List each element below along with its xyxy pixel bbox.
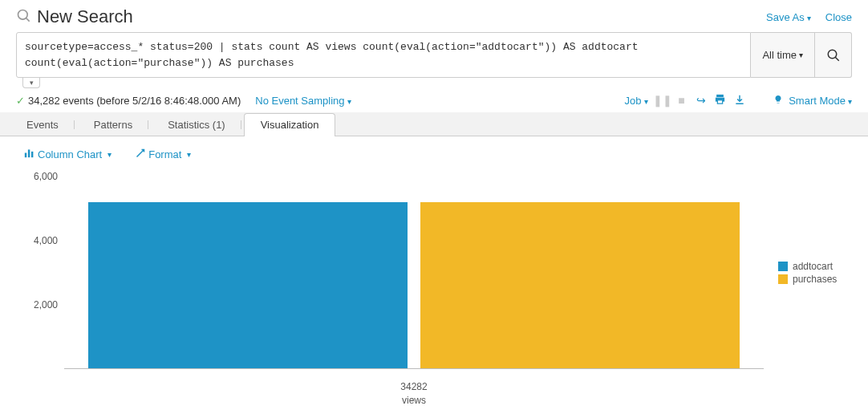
chevron-down-icon: ▾: [807, 14, 811, 22]
tab-events[interactable]: Events: [10, 113, 75, 136]
run-search-button[interactable]: [815, 32, 852, 78]
chart-plot[interactable]: [64, 177, 764, 369]
close-button[interactable]: Close: [825, 11, 852, 23]
x-axis: 34282 views: [48, 377, 780, 408]
tab-patterns[interactable]: Patterns: [77, 113, 149, 136]
expand-search-toggle[interactable]: ▾: [22, 77, 40, 88]
svg-point-0: [18, 10, 28, 19]
svg-rect-4: [716, 95, 724, 97]
svg-rect-7: [25, 153, 26, 158]
chevron-down-icon: ▾: [799, 51, 803, 59]
x-tick-value: 34282: [48, 380, 780, 394]
search-query-input[interactable]: sourcetype=access_* status=200 | stats c…: [16, 32, 751, 78]
save-as-button[interactable]: Save As▾: [766, 11, 811, 23]
check-icon: ✓: [16, 95, 25, 107]
x-axis-label: views: [48, 394, 780, 408]
chevron-down-icon: ▾: [848, 97, 852, 106]
tab-statistics[interactable]: Statistics (1): [151, 113, 242, 136]
format-icon: [136, 148, 145, 160]
search-icon: [16, 8, 32, 26]
swatch-icon: [778, 274, 788, 284]
svg-rect-8: [28, 149, 30, 157]
svg-rect-9: [31, 152, 33, 157]
chart-legend: addtocart purchases: [764, 177, 852, 369]
chevron-down-icon: ▾: [644, 97, 648, 106]
y-tick: 2,000: [34, 299, 58, 310]
svg-point-2: [828, 50, 837, 59]
chart-area: 6,000 4,000 2,000 addtocart purchases: [0, 168, 868, 377]
page-title: New Search: [37, 6, 133, 27]
search-mode-dropdown[interactable]: Smart Mode▾: [773, 95, 852, 107]
legend-item-addtocart[interactable]: addtocart: [778, 261, 852, 272]
legend-item-purchases[interactable]: purchases: [778, 274, 852, 285]
y-tick: 6,000: [34, 171, 58, 182]
job-menu[interactable]: Job▾: [625, 95, 648, 107]
svg-line-1: [26, 18, 30, 21]
chart-type-dropdown[interactable]: Column Chart▾: [24, 148, 112, 160]
chevron-down-icon: ▾: [107, 150, 112, 159]
chevron-down-icon: ▾: [347, 97, 351, 106]
pause-icon: ❚❚: [653, 94, 672, 107]
event-sampling-dropdown[interactable]: No Event Sampling▾: [255, 95, 351, 107]
stop-icon: ■: [672, 94, 692, 107]
time-range-picker[interactable]: All time▾: [751, 32, 815, 78]
bar-addtocart[interactable]: [88, 202, 408, 368]
swatch-icon: [778, 262, 788, 271]
y-axis: 6,000 4,000 2,000: [16, 177, 64, 369]
print-icon[interactable]: [711, 93, 730, 108]
lightbulb-icon: [773, 95, 786, 107]
bar-purchases[interactable]: [420, 202, 740, 368]
download-icon[interactable]: [730, 94, 749, 108]
svg-rect-6: [717, 100, 722, 103]
chevron-down-icon: ▾: [187, 150, 191, 159]
svg-line-3: [835, 57, 839, 61]
results-tabs: Events Patterns Statistics (1) Visualiza…: [0, 112, 868, 136]
share-icon[interactable]: ↪: [692, 94, 711, 107]
y-tick: 4,000: [34, 235, 58, 246]
tab-visualization[interactable]: Visualization: [244, 113, 336, 136]
events-count-text: 34,282 events (before 5/2/16 8:46:48.000…: [28, 95, 241, 107]
column-chart-icon: [24, 148, 34, 160]
format-dropdown[interactable]: Format▾: [136, 148, 191, 160]
